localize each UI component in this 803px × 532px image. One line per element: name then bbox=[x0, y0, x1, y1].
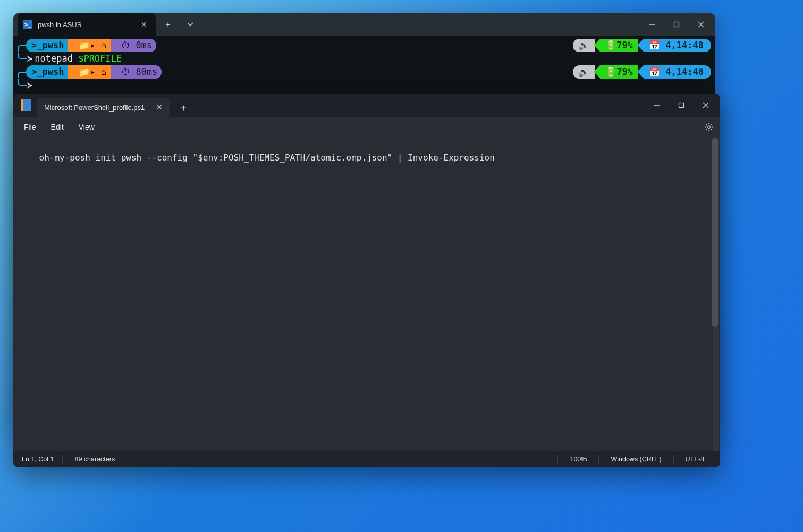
battery-segment: 🔋79% bbox=[600, 39, 638, 52]
minimize-button[interactable] bbox=[640, 13, 664, 36]
prompt-arrow-icon: ≻ bbox=[27, 52, 32, 65]
status-eol[interactable]: Windows (CRLF) bbox=[598, 455, 673, 463]
prompt-path-segment: 📁▸ ⌂ bbox=[68, 39, 111, 52]
notepad-editor[interactable]: oh-my-posh init pwsh --config "$env:POSH… bbox=[13, 137, 720, 451]
notepad-tab-close-icon[interactable]: ✕ bbox=[154, 101, 165, 114]
prompt-shell-segment: >_pwsh bbox=[26, 39, 68, 52]
prompt-timing-segment: ⏱ 0ms bbox=[111, 39, 156, 52]
terminal-titlebar[interactable]: >_ pwsh in ASUS ✕ ＋ bbox=[13, 13, 715, 36]
status-char-count: 89 characters bbox=[66, 455, 123, 463]
svg-point-4 bbox=[708, 125, 711, 128]
terminal-tab-title: pwsh in ASUS bbox=[38, 21, 133, 29]
prompt-path-segment: 📁▸ ⌂ bbox=[68, 65, 111, 79]
status-zoom[interactable]: 100% bbox=[557, 455, 598, 463]
prompt-row: >_pwsh 📁▸ ⌂ ⏱ 80ms 🔈 🔋79% 📅 4,14:48 bbox=[18, 65, 711, 79]
prompt-connector-icon bbox=[18, 79, 27, 86]
prompt-row: >_pwsh 📁▸ ⌂ ⏱ 0ms 🔈 🔋79% 📅 4,14:48 bbox=[18, 39, 711, 52]
prompt-shell-segment: >_pwsh bbox=[26, 65, 68, 79]
terminal-new-tab-button[interactable]: ＋ bbox=[158, 16, 178, 32]
notepad-new-tab-button[interactable]: ＋ bbox=[173, 98, 193, 117]
command-argument: $PROFILE bbox=[78, 52, 122, 65]
close-button[interactable] bbox=[689, 13, 713, 36]
close-button[interactable] bbox=[694, 94, 718, 117]
maximize-button[interactable] bbox=[664, 13, 689, 36]
terminal-tab-close-icon[interactable]: ✕ bbox=[139, 18, 149, 31]
scrollbar-track[interactable] bbox=[713, 137, 719, 451]
command-row: ≻ notepad $PROFILE bbox=[18, 52, 711, 65]
notepad-window: Microsoft.PowerShell_profile.ps1 ✕ ＋ Fil… bbox=[13, 94, 720, 467]
notepad-menubar: File Edit View bbox=[13, 117, 720, 137]
menu-edit[interactable]: Edit bbox=[45, 120, 70, 134]
menu-view[interactable]: View bbox=[72, 120, 101, 134]
status-encoding[interactable]: UTF-8 bbox=[673, 455, 716, 463]
clock-segment: 📅 4,14:48 bbox=[644, 65, 711, 79]
prompt-right-status: 🔈 🔋79% 📅 4,14:48 bbox=[573, 39, 711, 52]
command-text: notepad bbox=[35, 52, 73, 65]
terminal-tab[interactable]: >_ pwsh in ASUS ✕ bbox=[18, 13, 156, 36]
prompt-right-status: 🔈 🔋79% 📅 4,14:48 bbox=[573, 65, 711, 79]
volume-segment: 🔈 bbox=[573, 39, 595, 52]
clock-segment: 📅 4,14:48 bbox=[644, 39, 711, 52]
prompt-timing-segment: ⏱ 80ms bbox=[111, 65, 162, 79]
settings-icon[interactable] bbox=[704, 122, 714, 132]
notepad-tab-title: Microsoft.PowerShell_profile.ps1 bbox=[44, 104, 145, 112]
maximize-button[interactable] bbox=[669, 94, 694, 117]
prompt-arrow-icon: ≻ bbox=[27, 79, 32, 92]
editor-content: oh-my-posh init pwsh --config "$env:POSH… bbox=[39, 153, 495, 163]
svg-rect-1 bbox=[674, 22, 679, 27]
powershell-icon: >_ bbox=[23, 20, 32, 29]
notepad-file-icon bbox=[21, 99, 31, 111]
terminal-window-controls bbox=[640, 13, 713, 36]
minimize-button[interactable] bbox=[645, 94, 669, 117]
notepad-window-controls bbox=[645, 94, 718, 117]
battery-segment: 🔋79% bbox=[600, 65, 638, 79]
notepad-statusbar: Ln 1, Col 1 89 characters 100% Windows (… bbox=[13, 451, 720, 467]
svg-rect-3 bbox=[679, 103, 684, 108]
notepad-tab[interactable]: Microsoft.PowerShell_profile.ps1 ✕ bbox=[37, 98, 170, 117]
status-position: Ln 1, Col 1 bbox=[18, 455, 63, 463]
menu-file[interactable]: File bbox=[18, 120, 43, 134]
terminal-tab-dropdown-icon[interactable] bbox=[180, 16, 200, 32]
notepad-titlebar[interactable]: Microsoft.PowerShell_profile.ps1 ✕ ＋ bbox=[13, 94, 720, 117]
scrollbar-thumb[interactable] bbox=[712, 138, 718, 327]
volume-segment: 🔈 bbox=[573, 65, 595, 79]
prompt-input-row[interactable]: ≻ bbox=[18, 79, 711, 92]
prompt-connector-icon bbox=[18, 53, 27, 59]
